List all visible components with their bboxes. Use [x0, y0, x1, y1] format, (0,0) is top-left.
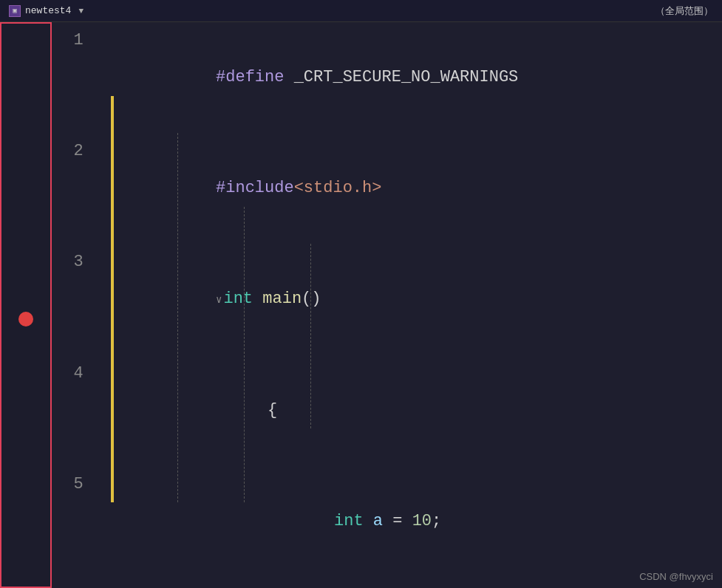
indent-2: #include<stdio.h>	[111, 133, 722, 244]
code-line-5: 5 int a = 10;	[52, 466, 722, 577]
code-content-3: ∨int main()	[111, 244, 321, 355]
code-line-6: 6 ∨while (a--)	[52, 577, 722, 588]
line-number-3: 3	[52, 244, 111, 281]
code-content-1: #define _CRT_SECURE_NO_WARNINGS	[111, 22, 518, 133]
title-bar-left: ▣ newtest4 ▼	[9, 5, 84, 17]
scope-bar	[111, 96, 114, 502]
scope-label: （全局范围）	[655, 4, 713, 18]
dropdown-icon[interactable]: ▼	[78, 7, 84, 16]
code-line-4: 4 {	[52, 355, 722, 466]
code-area[interactable]: 1 #define _CRT_SECURE_NO_WARNINGS 2 #inc…	[52, 22, 722, 588]
code-line-3: 3 ∨int main()	[52, 244, 722, 355]
title-bar: ▣ newtest4 ▼ （全局范围）	[0, 0, 722, 22]
indent-4: {	[111, 355, 722, 466]
indent-3: ∨int main()	[111, 244, 722, 355]
line-number-4: 4	[52, 355, 111, 392]
code-content-2: #include<stdio.h>	[111, 133, 381, 244]
code-content-5: int a = 10;	[111, 466, 441, 577]
breakpoint-indicator[interactable]	[18, 312, 33, 327]
line-number-6: 6	[52, 577, 111, 588]
collapse-arrow-3: ∨	[216, 294, 222, 306]
watermark: CSDN @fhvyxyci	[639, 571, 713, 582]
indent-6: ∨while (a--)	[111, 577, 722, 588]
code-line-1: 1 #define _CRT_SECURE_NO_WARNINGS	[52, 22, 722, 133]
code-content-4: {	[111, 355, 277, 466]
line-number-5: 5	[52, 466, 111, 503]
file-icon: ▣	[9, 5, 21, 17]
indent-1: #define _CRT_SECURE_NO_WARNINGS	[111, 22, 722, 133]
editor-container: 1 #define _CRT_SECURE_NO_WARNINGS 2 #inc…	[0, 22, 722, 588]
code-line-2: 2 #include<stdio.h>	[52, 133, 722, 244]
line-number-1: 1	[52, 22, 111, 59]
indent-5: int a = 10;	[111, 466, 722, 577]
code-content-6: ∨while (a--)	[111, 577, 420, 588]
left-gutter	[0, 22, 52, 588]
line-number-2: 2	[52, 133, 111, 170]
filename-label: newtest4	[25, 5, 71, 16]
